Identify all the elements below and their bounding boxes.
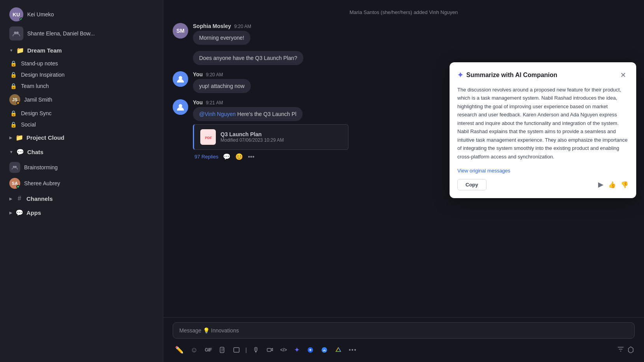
ai-view-original-link[interactable]: View original messages — [457, 168, 510, 174]
svg-text:PDF: PDF — [205, 136, 212, 140]
message-text-question: Does anyone have the Q3 Launch Plan? — [199, 55, 297, 61]
main-panel: Maria Santos (she/her/hers) added Vinh N… — [163, 0, 644, 362]
toolbar-drive-btn[interactable] — [332, 345, 344, 355]
dream-team-channels: 🔒 Stand-up notes 🔒 Design Inspiration 🔒 … — [0, 58, 163, 130]
ai-copy-button[interactable]: Copy — [457, 179, 486, 190]
avatar-sheree-aubrey: SA — [9, 178, 20, 189]
lock-icon-social: 🔒 — [9, 121, 17, 128]
lock-icon-team-lunch: 🔒 — [9, 83, 17, 89]
sidebar-item-shante-group[interactable]: Shante Elena, Daniel Bow... — [3, 24, 160, 43]
system-message-text: Maria Santos (she/her/hers) added Vinh N… — [350, 9, 458, 15]
toolbar-filter-icon[interactable] — [617, 345, 625, 355]
message-time-you2: 9:21 AM — [206, 100, 223, 105]
sidebar-item-social[interactable]: 🔒 Social — [3, 119, 160, 130]
sidebar-section-chats[interactable]: ▼ 💬 Chats — [3, 145, 160, 159]
lock-icon-design-inspiration: 🔒 — [9, 72, 17, 78]
sidebar-item-brainstorming[interactable]: Brainstorming — [3, 160, 160, 175]
message-group-sophia: SM Sophia Mosley 9:20 AM Morning everyon… — [173, 23, 635, 45]
avatar-jamil-smith: JS — [9, 94, 20, 105]
sidebar-item-kei-umeko[interactable]: KU Kei Umeko — [3, 5, 160, 24]
sidebar-section-dream-team[interactable]: ▼ 📁 Dream Team — [3, 44, 160, 57]
svg-point-2 — [13, 166, 15, 168]
avatar-kei-umeko: KU — [9, 7, 23, 21]
chevron-icon-channels: ▶ — [9, 197, 12, 201]
sidebar-item-design-inspiration[interactable]: 🔒 Design Inspiration — [3, 69, 160, 80]
toolbar-more-btn[interactable]: ••• — [346, 345, 359, 355]
online-indicator-jamil — [16, 101, 20, 105]
message-author-sophia: Sophia Mosley — [193, 23, 231, 29]
system-message: Maria Santos (she/her/hers) added Vinh N… — [173, 8, 635, 17]
toolbar-gif-btn[interactable]: GIF — [202, 346, 214, 354]
lock-icon-stand-up: 🔒 — [9, 60, 17, 67]
sidebar-item-team-lunch[interactable]: 🔒 Team lunch — [3, 81, 160, 91]
message-input-area: Message 💡 Innovations ✏️ ☺ GIF | 🎙 </> ✦ — [163, 317, 644, 362]
ai-popup-title-text: Summarize with AI Companion — [466, 72, 557, 79]
svg-point-3 — [15, 166, 17, 168]
sidebar-section-label-apps: Apps — [26, 209, 41, 216]
ai-thumbdown-icon[interactable]: 👎 — [621, 181, 628, 188]
file-icon-pdf: PDF — [200, 129, 216, 145]
message-text-sophia: Morning everyone! — [199, 35, 244, 41]
sidebar-label-stand-up: Stand-up notes — [21, 60, 58, 67]
online-indicator — [19, 18, 23, 21]
message-mention-you2: @Vinh Nguyen — [199, 111, 236, 117]
message-bubble-you2: @Vinh Nguyen Here's the Q3 Launch Pl — [193, 107, 303, 121]
message-time-you1: 9:20 AM — [206, 72, 223, 77]
message-meta-sophia: Sophia Mosley 9:20 AM — [193, 23, 635, 29]
toolbar-settings-btn[interactable] — [318, 345, 330, 355]
ai-body-text: The discussion revolves around a propose… — [457, 86, 628, 161]
group-icon-shante — [9, 26, 23, 40]
emoji-reaction-icon[interactable]: 😊 — [235, 153, 243, 160]
ai-close-button[interactable]: ✕ — [618, 70, 628, 80]
sidebar-item-jamil-smith[interactable]: JS Jamil Smith — [3, 92, 160, 107]
toolbar-file-btn[interactable] — [217, 345, 228, 355]
message-bubble-you1: yup! attaching now — [193, 79, 251, 93]
toolbar-zoom-btn[interactable] — [304, 345, 316, 355]
message-bubble-question: Does anyone have the Q3 Launch Plan? — [193, 51, 303, 65]
sidebar-item-stand-up[interactable]: 🔒 Stand-up notes — [3, 58, 160, 69]
toolbar-emoji-btn[interactable]: ☺ — [188, 344, 200, 356]
more-options-icon[interactable]: ••• — [248, 153, 254, 160]
toolbar-code-btn[interactable]: </> — [278, 346, 289, 354]
toolbar-divider: | — [245, 347, 247, 353]
file-name-q3: Q3 Launch Plan — [220, 131, 284, 137]
ai-thumbup-icon[interactable]: 👍 — [608, 181, 616, 188]
ai-popup-title: ✦ Summarize with AI Companion — [457, 71, 557, 79]
message-input-box[interactable]: Message 💡 Innovations — [173, 322, 635, 339]
chevron-icon-chats: ▼ — [9, 150, 13, 154]
toolbar-mic-btn[interactable]: 🎙 — [250, 344, 262, 356]
ai-next-button[interactable]: ▶ — [598, 180, 604, 189]
sidebar-section-label-channels: Channels — [26, 195, 53, 202]
message-bubble-sophia: Morning everyone! — [193, 31, 250, 45]
message-author-you1: You — [193, 71, 203, 77]
replies-count[interactable]: 97 Replies — [194, 154, 218, 160]
svg-point-0 — [14, 32, 16, 34]
svg-rect-10 — [267, 348, 271, 351]
sidebar-item-sheree-aubrey[interactable]: SA Sheree Aubrey — [3, 176, 160, 191]
sidebar: KU Kei Umeko Shante Elena, Daniel Bow...… — [0, 0, 163, 362]
avatar-you2 — [173, 99, 188, 115]
toolbar-video-btn[interactable] — [264, 345, 276, 355]
toolbar-ai-btn[interactable]: ✦ — [292, 344, 302, 356]
sidebar-section-apps[interactable]: ▶ 💬 Apps — [3, 206, 160, 220]
toolbar-edit-btn[interactable]: ✏️ — [173, 344, 186, 356]
reply-icon[interactable]: 💬 — [223, 153, 231, 160]
sidebar-section-channels[interactable]: ▶ # Channels — [3, 192, 160, 205]
toolbar: ✏️ ☺ GIF | 🎙 </> ✦ — [173, 343, 635, 357]
toolbar-format-btn[interactable] — [231, 345, 242, 355]
sidebar-label-brainstorming: Brainstorming — [24, 164, 58, 170]
sidebar-label-design-inspiration: Design Inspiration — [21, 72, 65, 78]
avatar-sophia-mosley: SM — [173, 23, 188, 39]
sidebar-label-sheree: Sheree Aubrey — [24, 180, 60, 186]
toolbar-expand-icon[interactable] — [627, 345, 635, 355]
file-info-q3: Q3 Launch Plan Modified 07/06/2023 10:29… — [220, 131, 284, 143]
svg-point-1 — [16, 32, 19, 34]
sidebar-section-project-cloud[interactable]: ▶ 📁 Project Cloud — [3, 131, 160, 144]
sidebar-item-design-sync[interactable]: 🔒 Design Sync — [3, 108, 160, 119]
file-attachment-q3[interactable]: PDF Q3 Launch Plan Modified 07/06/2023 1… — [193, 124, 348, 150]
folder-icon-project-cloud: 📁 — [16, 134, 23, 141]
sidebar-label-jamil: Jamil Smith — [24, 97, 52, 103]
sidebar-label-social: Social — [21, 121, 36, 128]
sidebar-section-label-chats: Chats — [27, 149, 44, 155]
sidebar-section-label-project-cloud: Project Cloud — [26, 134, 65, 141]
